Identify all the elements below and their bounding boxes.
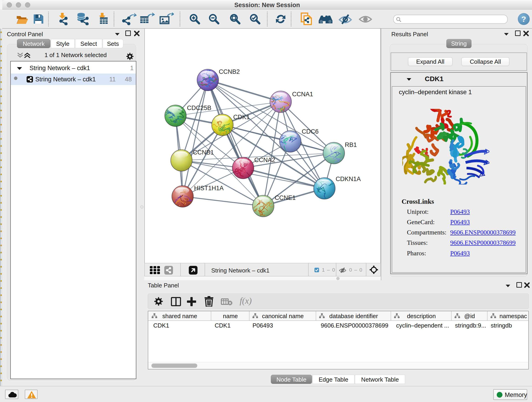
svg-text:RB1: RB1 bbox=[345, 141, 357, 148]
svg-text:CDC25B: CDC25B bbox=[187, 104, 211, 111]
svg-text:CDKN1A: CDKN1A bbox=[336, 176, 361, 182]
svg-text:CCNB2: CCNB2 bbox=[219, 68, 240, 75]
svg-text:CCNA1: CCNA1 bbox=[292, 91, 313, 98]
svg-text:CCNA2: CCNA2 bbox=[254, 157, 275, 163]
svg-text:CDK1: CDK1 bbox=[233, 114, 250, 121]
svg-text:CCNE1: CCNE1 bbox=[275, 194, 296, 201]
svg-text:HIST1H1A: HIST1H1A bbox=[194, 185, 224, 191]
svg-text:CDC6: CDC6 bbox=[302, 128, 319, 135]
svg-text:CCNB1: CCNB1 bbox=[193, 149, 214, 156]
